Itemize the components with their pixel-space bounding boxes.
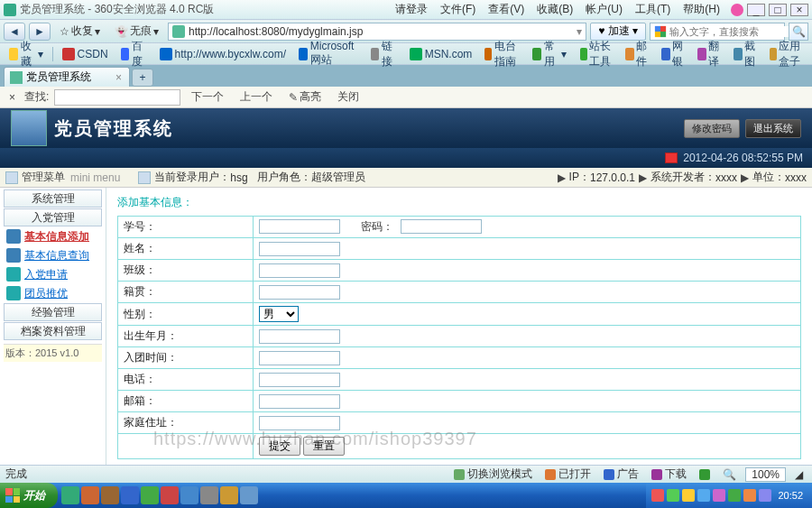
sidebar-item-experience[interactable]: 经验管理: [4, 303, 102, 321]
taskbar-app-icon[interactable]: [61, 486, 79, 504]
favorites-button[interactable]: 收藏 ▾: [4, 45, 49, 63]
sound-indicator[interactable]: [696, 469, 714, 480]
tray-icon[interactable]: [697, 489, 710, 502]
tray-icon[interactable]: [743, 489, 756, 502]
tip-icon[interactable]: [731, 4, 743, 16]
taskbar-app-icon[interactable]: [121, 486, 139, 504]
bookmark-baidu[interactable]: 百度: [115, 45, 152, 63]
taskbar-app-icon[interactable]: [200, 486, 218, 504]
clock[interactable]: 20:52: [774, 490, 807, 501]
find-next-button[interactable]: 下一个: [186, 89, 229, 105]
class-input[interactable]: [259, 263, 340, 278]
bookmark-bycxlw[interactable]: http://www.bycxlw.com/: [154, 45, 291, 63]
bookmark-csdn[interactable]: CSDN: [57, 45, 114, 63]
apply-icon: [6, 267, 21, 282]
bookmark-radio[interactable]: 电台指南: [479, 45, 525, 63]
tray-icon[interactable]: [713, 489, 725, 502]
file-menu[interactable]: 文件(F): [435, 2, 481, 17]
tool-webmaster[interactable]: 站长工具: [576, 39, 619, 69]
close-button[interactable]: ×: [790, 4, 808, 16]
new-tab-button[interactable]: +: [132, 69, 153, 87]
sidebar-item-party[interactable]: 入党管理: [4, 208, 102, 226]
taskbar-app-icon[interactable]: [81, 486, 99, 504]
maximize-button[interactable]: □: [769, 4, 787, 16]
zoom-level[interactable]: 100%: [745, 467, 786, 482]
tray-icon[interactable]: [682, 489, 695, 502]
tools-menu[interactable]: 工具(T): [630, 2, 676, 17]
fav-menu[interactable]: 收藏(B): [531, 2, 578, 17]
birth-input[interactable]: [259, 329, 340, 344]
bookmark-links[interactable]: 链接: [365, 45, 402, 63]
taskbar-app-icon[interactable]: [141, 486, 159, 504]
sidebar-item-add-info[interactable]: 基本信息添加: [4, 227, 102, 245]
tab-close-button[interactable]: ×: [114, 71, 124, 84]
findbar-close-button[interactable]: ×: [5, 91, 19, 104]
account-menu[interactable]: 帐户(U): [580, 2, 628, 17]
taskbar-app-icon[interactable]: [101, 486, 119, 504]
opened-indicator[interactable]: 已打开: [541, 466, 595, 482]
tool-translate[interactable]: 翻译: [693, 39, 727, 69]
address-input[interactable]: [259, 416, 340, 430]
tray-icon[interactable]: [759, 489, 771, 502]
url-input[interactable]: [189, 25, 577, 38]
tool-mail[interactable]: 邮件: [621, 39, 655, 69]
name-input[interactable]: [259, 242, 340, 256]
taskbar-app-icon[interactable]: [180, 486, 198, 504]
taskbar-app-icon[interactable]: [220, 486, 238, 504]
search-engine-icon[interactable]: [654, 25, 667, 38]
bookmark-common[interactable]: 常用 ▾: [527, 45, 572, 63]
bookmark-msn[interactable]: MSN.com: [404, 45, 478, 63]
download-indicator[interactable]: 下载: [648, 466, 690, 482]
reset-button[interactable]: 重置: [303, 437, 345, 456]
form-title: 添加基本信息：: [117, 195, 801, 210]
tray-icon[interactable]: [651, 489, 664, 502]
origin-input[interactable]: [259, 285, 340, 300]
start-button[interactable]: 开始: [0, 483, 58, 508]
incognito-dropdown[interactable]: 👻 无痕 ▾: [109, 23, 164, 39]
search-input[interactable]: [669, 26, 794, 37]
find-prev-button[interactable]: 上一个: [235, 89, 278, 105]
student-id-input[interactable]: [259, 219, 340, 234]
sidebar-item-apply[interactable]: 入党申请: [4, 265, 102, 283]
back-button[interactable]: ◄: [4, 23, 25, 41]
gender-select[interactable]: 男: [259, 306, 299, 322]
tool-netbank[interactable]: 网银: [657, 39, 691, 69]
taskbar-app-icon[interactable]: [240, 486, 258, 504]
tab-active[interactable]: 党员管理系统 ×: [4, 67, 130, 87]
taskbar-app-icon[interactable]: [161, 486, 179, 504]
url-dropdown-icon[interactable]: ▾: [577, 25, 582, 38]
resize-grip-icon[interactable]: ◢: [791, 468, 807, 481]
tray-icon[interactable]: [667, 489, 679, 502]
sidebar-item-query-info[interactable]: 基本信息查询: [4, 246, 102, 264]
password-input[interactable]: [401, 219, 482, 234]
adblock-indicator[interactable]: 广告: [600, 466, 642, 482]
minimize-button[interactable]: _: [747, 4, 765, 16]
email-input[interactable]: [259, 394, 340, 409]
league-date-input[interactable]: [259, 351, 340, 365]
change-password-button[interactable]: 修改密码: [684, 119, 740, 138]
find-close-text-button[interactable]: 关闭: [332, 89, 364, 105]
find-highlight-button[interactable]: ✎ 高亮: [283, 89, 327, 105]
zoom-out-button[interactable]: 🔍: [719, 468, 740, 481]
tray-icon[interactable]: [728, 489, 741, 502]
sidebar-item-system[interactable]: 系统管理: [4, 189, 102, 208]
exit-system-button[interactable]: 退出系统: [745, 119, 801, 138]
mini-menu-label[interactable]: mini menu: [70, 171, 120, 184]
restore-dropdown[interactable]: ☆ 收复 ▾: [54, 23, 106, 39]
speed-button[interactable]: ♥ 加速 ▾: [590, 23, 646, 41]
switch-mode-button[interactable]: 切换浏览模式: [450, 466, 536, 482]
view-menu[interactable]: 查看(V): [483, 2, 530, 17]
phone-input[interactable]: [259, 373, 340, 387]
forward-button[interactable]: ►: [29, 23, 51, 41]
ip-label: IP：: [569, 170, 590, 185]
tool-screenshot[interactable]: 截图: [729, 39, 763, 69]
find-input[interactable]: [54, 89, 180, 106]
submit-button[interactable]: 提交: [259, 437, 300, 456]
bookmark-microsoft[interactable]: Microsoft 网站: [293, 45, 364, 63]
tool-appbox[interactable]: 应用盒子: [765, 39, 808, 69]
login-menu[interactable]: 请登录: [390, 2, 433, 17]
help-menu[interactable]: 帮助(H): [678, 2, 725, 17]
search-button[interactable]: 🔍: [789, 23, 808, 41]
sidebar-item-recommend[interactable]: 团员推优: [4, 284, 102, 302]
sidebar-item-archive[interactable]: 档案资料管理: [4, 322, 102, 340]
